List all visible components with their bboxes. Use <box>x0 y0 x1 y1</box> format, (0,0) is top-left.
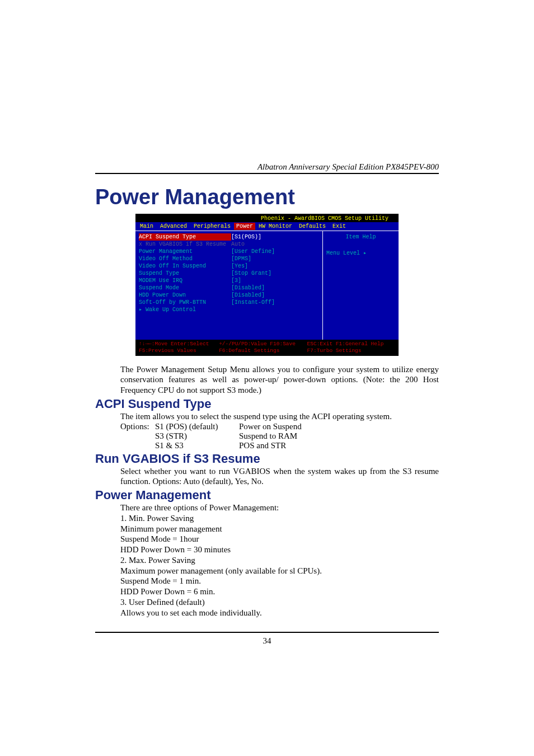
bios-footer-l1a: ↑↓→←:Move Enter:Select <box>139 341 219 348</box>
bios-item: Video Off Method[DPMS] <box>139 255 319 262</box>
pm-line: Suspend Mode = 1 min. <box>120 576 439 586</box>
bios-footer-l1b: +/-/PU/PD:Value F10:Save <box>219 341 307 348</box>
bios-footer-l1c: ESC:Exit F1:General Help <box>307 341 395 348</box>
pm-line: 2. Max. Power Saving <box>120 555 439 566</box>
bios-footer-l2a: F5:Previous Values <box>139 348 219 354</box>
bios-item: HDD Power Down[Disabled] <box>139 292 319 299</box>
option-name: S3 (STR) <box>155 431 239 441</box>
bios-item: x Run VGABIOS if S3 ResumeAuto <box>139 241 319 248</box>
acpi-option-row: S1 & S3 POS and STR <box>120 441 439 450</box>
pm-line: Minimum power management <box>120 524 439 534</box>
bios-help-pane: Item Help Menu Level ▸ <box>323 231 399 340</box>
bios-menu-level: Menu Level ▸ <box>326 250 395 257</box>
pm-line: HDD Power Down = 6 min. <box>120 586 439 597</box>
bios-footer: ↑↓→←:Move Enter:Select F5:Previous Value… <box>135 340 399 356</box>
bios-top-menu: Main Advanced Peripherals Power HW Monit… <box>135 222 399 231</box>
bios-menu-main: Main <box>137 223 157 230</box>
intro-text: The Power Management Setup Menu allows y… <box>120 364 439 396</box>
bios-screenshot: Phoenix - AwardBIOS CMOS Setup Utility M… <box>135 214 399 356</box>
acpi-option-row: Options: S1 (POS) (default) Power on Sus… <box>120 422 439 431</box>
bios-item: Suspend Mode[Disabled] <box>139 284 319 292</box>
bios-menu-defaults: Defaults <box>296 223 329 230</box>
bios-menu-advanced: Advanced <box>157 223 190 230</box>
option-desc: Suspend to RAM <box>239 431 297 441</box>
bios-help-title: Item Help <box>326 233 395 241</box>
bios-menu-exit: Exit <box>329 223 349 230</box>
acpi-option-row: S3 (STR) Suspend to RAM <box>120 431 439 441</box>
bios-utility-title: Phoenix - AwardBIOS CMOS Setup Utility <box>135 214 399 222</box>
pm-line: There are three options of Power Managem… <box>120 503 439 513</box>
bios-menu-peripherals: Peripherals <box>190 223 234 230</box>
bios-item: Video Off In Suspend[Yes] <box>139 262 319 270</box>
acpi-text: The item allows you to select the suspen… <box>120 411 439 422</box>
pm-line: Allows you to set each mode individually… <box>120 608 439 618</box>
pm-line: 3. User Defined (default) <box>120 597 439 608</box>
bios-item: ▸ Wake Up Control <box>139 306 319 313</box>
bios-items: ACPI Suspend Type[S1(POS)] x Run VGABIOS… <box>135 231 323 340</box>
vgabios-heading: Run VGABIOS if S3 Resume <box>95 452 439 466</box>
vgabios-text: Select whether you want to run VGABIOS w… <box>120 466 439 487</box>
bios-item: MODEM Use IRQ[3] <box>139 277 319 284</box>
option-name: S1 (POS) (default) <box>155 422 239 431</box>
pm-line: 1. Min. Power Saving <box>120 513 439 524</box>
bios-item: Suspend Type[Stop Grant] <box>139 270 319 277</box>
option-desc: Power on Suspend <box>239 422 302 431</box>
bios-item: Power Management[User Define] <box>139 248 319 255</box>
pm-line: HDD Power Down = 30 minutes <box>120 544 439 555</box>
page-title: Power Management <box>95 185 439 209</box>
pm-line: Suspend Mode = 1hour <box>120 534 439 544</box>
option-desc: POS and STR <box>239 441 286 450</box>
pm-line: Maximum power management (only available… <box>120 566 439 576</box>
options-label: Options: <box>120 422 155 431</box>
page-header: Albatron Anniversary Special Edition PX8… <box>95 162 439 174</box>
acpi-heading: ACPI Suspend Type <box>95 397 439 411</box>
bios-menu-power: Power <box>234 223 255 230</box>
bios-item: Soft-Off by PWR-BTTN[Instant-Off] <box>139 299 319 306</box>
bios-menu-hwmonitor: HW Monitor <box>255 223 296 230</box>
bios-footer-l2b: F6:Default Settings <box>219 348 307 354</box>
bios-footer-l2c: F7:Turbo Settings <box>307 348 395 354</box>
bios-item: ACPI Suspend Type[S1(POS)] <box>139 233 319 241</box>
pm-heading: Power Management <box>95 488 439 503</box>
page-number: 34 <box>95 633 439 646</box>
option-name: S1 & S3 <box>155 441 239 450</box>
